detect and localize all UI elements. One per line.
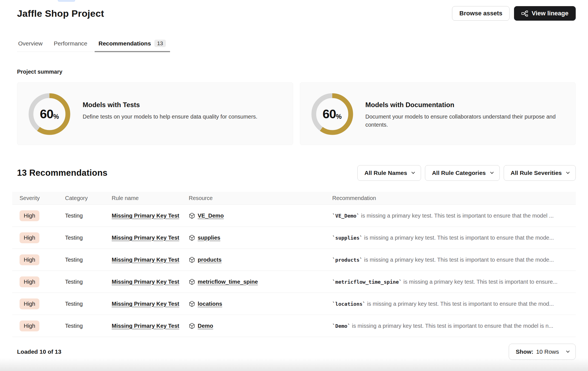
card-description-documentation: Document your models to ensure collabora…: [365, 113, 561, 129]
project-summary-label: Project summary: [17, 69, 576, 75]
card-title-tests: Models with Tests: [83, 101, 257, 109]
rows-per-page-dropdown[interactable]: Show: 10 Rows: [509, 344, 576, 360]
recommendations-heading: 13 Recommendations: [17, 168, 107, 178]
recommendation-text: is missing a primary key test. This test…: [365, 301, 554, 307]
recommendation-text: is missing a primary key test. This test…: [350, 323, 553, 329]
filter-rule-severities-dropdown[interactable]: All Rule Severities: [504, 165, 576, 181]
chevron-down-icon: [490, 170, 494, 174]
documentation-donut-chart: 60%: [311, 93, 353, 135]
recommendation-cell: `VE_Demo` is missing a primary key test.…: [332, 213, 576, 219]
tab-bar: Overview Performance Recommendations 13: [17, 40, 167, 52]
cut-off-top-element: [58, 0, 75, 2]
recommendation-code: `locations`: [332, 301, 365, 307]
resource-link[interactable]: Demo: [198, 323, 213, 329]
card-description-tests: Define tests on your models to help ensu…: [83, 113, 257, 121]
page-header: Jaffle Shop Project Browse assets View l…: [17, 6, 576, 21]
page-title: Jaffle Shop Project: [17, 8, 104, 19]
recommendation-code: `Demo`: [332, 323, 350, 329]
category-cell: Testing: [65, 301, 112, 307]
table-row: High Testing Missing Primary Key Test pr…: [12, 249, 576, 271]
model-cube-icon: [189, 213, 195, 219]
category-cell: Testing: [65, 235, 112, 241]
recommendation-code: `products`: [332, 257, 362, 263]
recommendation-code: `metricflow_time_spine`: [332, 279, 402, 285]
severity-badge: High: [20, 254, 39, 265]
browse-assets-button[interactable]: Browse assets: [452, 6, 510, 21]
rule-name-link[interactable]: Missing Primary Key Test: [112, 257, 179, 263]
view-lineage-label: View lineage: [532, 10, 568, 17]
category-cell: Testing: [65, 213, 112, 219]
severity-badge: High: [20, 210, 39, 221]
column-header-severity: Severity: [20, 195, 65, 201]
tab-performance[interactable]: Performance: [53, 40, 89, 52]
severity-badge: High: [20, 276, 39, 287]
loaded-count-label: Loaded 10 of 13: [17, 348, 61, 355]
filter-rule-names-dropdown[interactable]: All Rule Names: [357, 165, 421, 181]
rule-name-link[interactable]: Missing Primary Key Test: [112, 279, 179, 285]
severity-badge: High: [20, 232, 39, 243]
recommendation-cell: `Demo` is missing a primary key test. Th…: [332, 323, 576, 329]
recommendation-text: is missing a primary key test. This test…: [362, 257, 554, 263]
recommendation-code: `VE_Demo`: [332, 213, 360, 219]
recommendation-code: `supplies`: [332, 235, 362, 241]
recommendation-cell: `locations` is missing a primary key tes…: [332, 301, 576, 307]
severity-badge: High: [20, 321, 39, 331]
tests-donut-percent: 60%: [28, 93, 70, 135]
category-cell: Testing: [65, 323, 112, 329]
resource-link[interactable]: metricflow_time_spine: [198, 279, 258, 285]
table-row: High Testing Missing Primary Key Test VE…: [12, 205, 576, 227]
documentation-donut-percent: 60%: [311, 93, 353, 135]
column-header-recommendation: Recommendation: [332, 195, 576, 201]
model-cube-icon: [189, 257, 195, 263]
recommendations-table: Severity Category Rule name Resource Rec…: [12, 192, 576, 337]
model-cube-icon: [189, 279, 195, 285]
bottom-fade-overlay: [0, 358, 588, 371]
resource-link[interactable]: VE_Demo: [198, 213, 224, 219]
chevron-down-icon: [412, 170, 415, 174]
resource-link[interactable]: products: [198, 257, 222, 263]
chevron-down-icon: [566, 170, 570, 174]
filter-bar: All Rule Names All Rule Categories All R…: [357, 165, 576, 181]
tab-overview[interactable]: Overview: [17, 40, 44, 52]
filter-rule-categories-dropdown[interactable]: All Rule Categories: [425, 165, 500, 181]
summary-cards: 60% Models with Tests Define tests on yo…: [17, 82, 576, 145]
table-row: High Testing Missing Primary Key Test De…: [12, 315, 576, 337]
column-header-category: Category: [65, 195, 112, 201]
recommendation-cell: `supplies` is missing a primary key test…: [332, 235, 576, 241]
rule-name-link[interactable]: Missing Primary Key Test: [112, 301, 179, 307]
table-row: High Testing Missing Primary Key Test me…: [12, 271, 576, 293]
rule-name-link[interactable]: Missing Primary Key Test: [112, 323, 179, 329]
recommendation-text: is missing a primary key test. This test…: [360, 213, 554, 219]
severity-badge: High: [20, 298, 39, 309]
recommendation-cell: `products` is missing a primary key test…: [332, 257, 576, 263]
table-header-row: Severity Category Rule name Resource Rec…: [12, 192, 576, 205]
table-row: High Testing Missing Primary Key Test lo…: [12, 293, 576, 315]
view-lineage-button[interactable]: View lineage: [514, 6, 576, 21]
tab-recommendations[interactable]: Recommendations 13: [97, 40, 167, 52]
rule-name-link[interactable]: Missing Primary Key Test: [112, 213, 179, 219]
model-cube-icon: [189, 301, 195, 307]
column-header-rule-name: Rule name: [112, 195, 189, 201]
models-with-tests-card: 60% Models with Tests Define tests on yo…: [17, 82, 293, 145]
chevron-down-icon: [566, 349, 570, 353]
models-with-documentation-card: 60% Models with Documentation Document y…: [300, 82, 576, 145]
lineage-icon: [521, 10, 528, 17]
column-header-resource: Resource: [189, 195, 332, 201]
category-cell: Testing: [65, 257, 112, 263]
recommendation-cell: `metricflow_time_spine` is missing a pri…: [332, 279, 576, 285]
model-cube-icon: [189, 323, 195, 329]
recommendations-count-badge: 13: [154, 40, 166, 47]
table-body: High Testing Missing Primary Key Test VE…: [12, 205, 576, 337]
card-title-documentation: Models with Documentation: [365, 101, 561, 109]
table-row: High Testing Missing Primary Key Test su…: [12, 227, 576, 249]
rule-name-link[interactable]: Missing Primary Key Test: [112, 235, 179, 241]
recommendation-text: is missing a primary key test. This test…: [362, 235, 554, 241]
category-cell: Testing: [65, 279, 112, 285]
resource-link[interactable]: locations: [198, 301, 222, 307]
recommendation-text: is missing a primary key test. This test…: [402, 279, 558, 285]
model-cube-icon: [189, 235, 195, 241]
resource-link[interactable]: supplies: [198, 235, 220, 241]
tests-donut-chart: 60%: [28, 93, 70, 135]
